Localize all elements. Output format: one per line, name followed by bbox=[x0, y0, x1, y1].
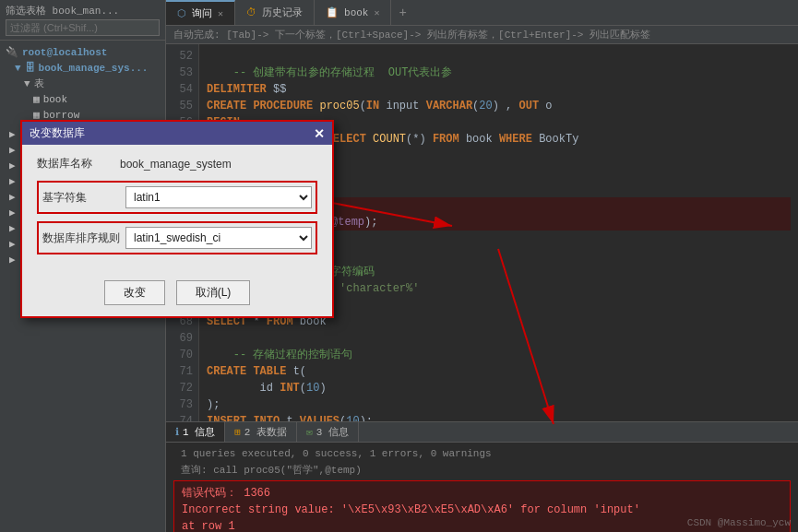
root-label: root@localhost bbox=[22, 47, 107, 58]
code-line-54: DELIMITER $$ bbox=[207, 83, 286, 96]
tables-label: 表 bbox=[34, 77, 44, 90]
error-row-info: at row 1 bbox=[182, 520, 235, 532]
tab-query[interactable]: ⬡ 询问 ✕ bbox=[166, 0, 235, 25]
query-line: 查询: call proc05("哲学",@temp) bbox=[173, 461, 791, 479]
tab-query-close[interactable]: ✕ bbox=[218, 8, 223, 19]
tab-history-label: 历史记录 bbox=[262, 6, 303, 19]
sidebar-table-book[interactable]: ▦ book bbox=[0, 91, 165, 107]
book-tab-icon: 📋 bbox=[326, 6, 339, 18]
code-line-73: ); bbox=[207, 398, 220, 411]
root-icon: 🔌 bbox=[6, 46, 18, 58]
bottom-tab-msg[interactable]: ✉ 3 信息 bbox=[297, 422, 359, 442]
form-row-collation: 数据库排序规则 latin1_swedish_ci utf8_general_c… bbox=[37, 221, 317, 254]
query-icon: ⬡ bbox=[177, 7, 186, 19]
table-icon: ▦ bbox=[33, 93, 40, 105]
form-label-dbname: 数据库名称 bbox=[37, 156, 120, 171]
charset-select[interactable]: latin1 utf8 utf8mb4 bbox=[125, 186, 312, 208]
collation-select[interactable]: latin1_swedish_ci utf8_general_ci utf8mb… bbox=[125, 227, 312, 249]
add-tab-button[interactable]: + bbox=[391, 2, 413, 24]
tables-expand-icon: ▼ bbox=[24, 78, 30, 89]
table-book-label: book bbox=[43, 94, 67, 105]
tab-book[interactable]: 📋 book ✕ bbox=[315, 0, 391, 25]
info-icon: ℹ bbox=[175, 426, 179, 438]
line-num-72: 72 bbox=[172, 380, 193, 396]
modal-body: 数据库名称 book_manage_system 基字符集 latin1 utf… bbox=[22, 145, 332, 273]
line-num-70: 70 bbox=[172, 347, 193, 363]
modal-title: 改变数据库 bbox=[30, 125, 85, 141]
code-line-53: -- 创建带有出参的存储过程 OUT代表出参 bbox=[207, 66, 452, 79]
sidebar-filter-input[interactable] bbox=[6, 19, 160, 36]
line-num-73: 73 bbox=[172, 396, 193, 413]
tabs-bar: ⬡ 询问 ✕ ⏱ 历史记录 📋 book ✕ + bbox=[166, 0, 798, 26]
table-data-icon: ⊞ bbox=[234, 426, 241, 438]
line-num-69: 69 bbox=[172, 330, 193, 347]
tab-book-close[interactable]: ✕ bbox=[374, 7, 379, 18]
tab-query-label: 询问 bbox=[192, 6, 212, 20]
code-line-70: -- 存储过程的控制语句 bbox=[207, 349, 352, 361]
modal-dialog: 改变数据库 ✕ 数据库名称 book_manage_system 基字符集 la… bbox=[20, 120, 334, 318]
modal-title-bar: 改变数据库 ✕ bbox=[22, 122, 332, 145]
sidebar-tables-category[interactable]: ▼ 表 bbox=[0, 76, 165, 91]
status-line: 1 queries executed, 0 success, 1 errors,… bbox=[173, 446, 791, 461]
line-num-55: 55 bbox=[172, 98, 193, 114]
bottom-tab-info-label: 1 信息 bbox=[183, 425, 215, 439]
code-line-74: INSERT INTO t VALUES(10); bbox=[207, 415, 373, 421]
db-icon: 🗄 bbox=[25, 62, 35, 74]
msg-icon: ✉ bbox=[306, 426, 313, 438]
form-value-dbname: book_manage_system bbox=[120, 158, 317, 171]
error-code-value: 1366 bbox=[244, 487, 270, 500]
bottom-tab-tabledata-label: 2 表数据 bbox=[244, 425, 287, 439]
bottom-tabs: ℹ 1 信息 ⊞ 2 表数据 ✉ 3 信息 bbox=[166, 422, 798, 443]
bottom-panel: ℹ 1 信息 ⊞ 2 表数据 ✉ 3 信息 1 queries executed… bbox=[166, 421, 798, 532]
modal-close-button[interactable]: ✕ bbox=[314, 126, 325, 141]
code-line-71: CREATE TABLE t( bbox=[207, 365, 306, 378]
watermark: CSDN @Massimo_ycw bbox=[687, 517, 791, 528]
sidebar-root-item[interactable]: 🔌 root@localhost bbox=[0, 44, 165, 60]
sidebar-filter-label: 筛选表格 book_man... bbox=[6, 4, 160, 18]
table-borrow-label: borrow bbox=[43, 110, 80, 121]
hint-bar: 自动完成: [Tab]-> 下一个标签，[Ctrl+Space]-> 列出所有标… bbox=[166, 26, 798, 44]
bottom-tab-info[interactable]: ℹ 1 信息 bbox=[166, 422, 225, 442]
modal-confirm-button[interactable]: 改变 bbox=[104, 280, 165, 305]
history-icon: ⏱ bbox=[246, 6, 256, 18]
tab-history[interactable]: ⏱ 历史记录 bbox=[235, 0, 315, 25]
line-num-71: 71 bbox=[172, 363, 193, 380]
modal-footer: 改变 取消(L) bbox=[22, 273, 332, 316]
form-row-dbname: 数据库名称 book_manage_system bbox=[37, 156, 317, 171]
line-num-53: 53 bbox=[172, 65, 193, 81]
error-code-label: 错误代码： bbox=[182, 487, 237, 500]
code-line-72: id INT(10) bbox=[207, 382, 327, 395]
form-row-charset: 基字符集 latin1 utf8 utf8mb4 bbox=[37, 181, 317, 214]
line-num-54: 54 bbox=[172, 81, 193, 98]
code-line-55: CREATE PROCEDURE proc05(IN input VARCHAR… bbox=[207, 100, 553, 112]
line-num-74: 74 bbox=[172, 413, 193, 421]
modal-cancel-button[interactable]: 取消(L) bbox=[176, 280, 251, 305]
sidebar-filter-section: 筛选表格 book_man... bbox=[0, 0, 165, 41]
tab-book-label: book bbox=[344, 7, 368, 18]
db-label: book_manage_sys... bbox=[39, 63, 149, 74]
form-label-collation: 数据库排序规则 bbox=[42, 231, 125, 246]
bottom-tab-tabledata[interactable]: ⊞ 2 表数据 bbox=[225, 422, 297, 442]
form-label-charset: 基字符集 bbox=[42, 190, 125, 206]
line-num-52: 52 bbox=[172, 48, 193, 65]
bottom-tab-msg-label: 3 信息 bbox=[316, 425, 349, 439]
db-expand-icon: ▼ bbox=[15, 63, 21, 74]
sidebar-db-item[interactable]: ▼ 🗄 book_manage_sys... bbox=[0, 60, 165, 76]
error-message: Incorrect string value: '\xE5\x93\xB2\xE… bbox=[182, 503, 640, 516]
